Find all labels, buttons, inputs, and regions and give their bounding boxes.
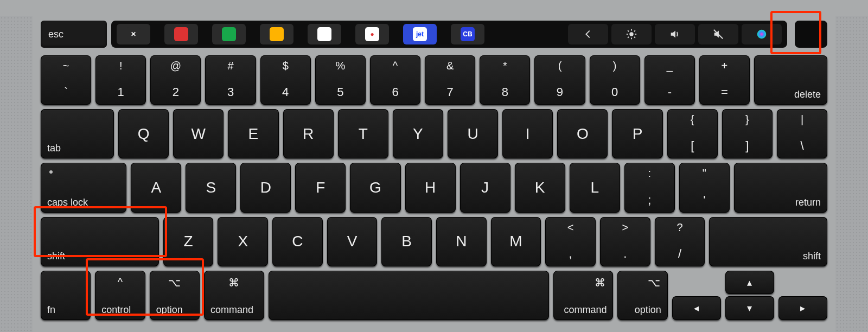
touchbar-app-close[interactable]: ✕ [117,24,150,44]
key-[interactable]: >. [600,217,650,266]
key-[interactable]: "' [679,163,730,212]
key-b[interactable]: B [381,217,432,266]
touchbar-mute-button[interactable] [698,24,738,44]
key-p[interactable]: P [612,109,662,158]
key-row-4: fn^control⌥option⌘command⌘command⌥option… [41,271,827,320]
key-a[interactable]: A [131,163,181,212]
touchbar-app-app-jet[interactable]: jet [403,24,437,44]
touchbar-app-app-yellow[interactable] [260,24,293,44]
touchbar-volume-button[interactable] [655,24,695,44]
svg-line-6 [634,37,635,38]
key-4[interactable]: $4 [260,55,311,105]
app-white1-icon [317,27,331,41]
touchbar-app-app-red[interactable] [164,24,198,44]
chevron-left-icon [582,28,594,40]
key-o[interactable]: O [557,109,608,158]
key-row-0: ~`!1@2#3$4%5^6&7*8(9)0_-+=delete [41,55,827,105]
key-9[interactable]: (9 [534,55,585,105]
key-e[interactable]: E [228,109,278,158]
right-option-key[interactable]: ⌥option [617,271,667,320]
key-r[interactable]: R [283,109,334,158]
key-n[interactable]: N [436,217,487,266]
key-6[interactable]: ^6 [370,55,420,105]
arrow-left-key[interactable]: ◂ [672,296,721,320]
touchbar-app-app-cb[interactable]: CB [451,24,484,44]
key-i[interactable]: I [502,109,553,158]
touchbar-app-app-green[interactable] [212,24,246,44]
key-[interactable]: {[ [667,109,718,158]
key-g[interactable]: G [350,163,400,212]
touchbar: esc ✕●jetCB [41,18,827,50]
key-j[interactable]: J [460,163,510,212]
touchbar-chevron-left-button[interactable] [568,24,608,44]
close-icon: ✕ [126,27,141,41]
touchbar-strip: ✕●jetCB [111,21,787,48]
space-key[interactable] [269,271,549,320]
svg-point-10 [757,30,767,39]
key-[interactable]: ~` [41,55,91,105]
left-option-key[interactable]: ⌥option [150,271,200,320]
key-[interactable]: += [699,55,750,105]
key-[interactable]: }] [722,109,773,158]
key-c[interactable]: C [272,217,323,266]
key-x[interactable]: X [218,217,268,266]
svg-line-7 [628,37,629,38]
right-command-key[interactable]: ⌘command [553,271,614,320]
key-l[interactable]: L [570,163,620,212]
key-tab[interactable]: tab [41,109,114,158]
app-red-icon [174,27,188,41]
key-u[interactable]: U [448,109,498,158]
left-shift-key[interactable]: shift [41,217,159,266]
key-m[interactable]: M [491,217,541,266]
key-return[interactable]: return [734,163,827,212]
right-shift-key[interactable]: shift [709,217,827,266]
touchbar-siri-button[interactable] [742,24,782,44]
key-[interactable]: _- [644,55,695,105]
app-jet-icon: jet [413,27,427,41]
key-q[interactable]: Q [118,109,169,158]
touch-id-button[interactable] [795,21,827,48]
svg-line-5 [628,30,629,31]
left-command-key[interactable]: ⌘command [204,271,264,320]
key-capslock[interactable]: caps lock [41,163,126,212]
key-h[interactable]: H [405,163,456,212]
key-row-1: tabQWERTYUIOP{[}]|\ [41,109,827,158]
key-3[interactable]: #3 [205,55,256,105]
key-f[interactable]: F [295,163,346,212]
svg-line-8 [634,30,635,31]
key-[interactable]: |\ [777,109,827,158]
speaker-right [835,16,868,332]
app-green-icon [222,27,236,41]
app-yellow-icon [270,27,284,41]
arrow-down-key[interactable]: ▾ [725,296,774,320]
key-fn[interactable]: fn [41,271,91,320]
key-8[interactable]: *8 [480,55,530,105]
arrow-up-key[interactable]: ▴ [725,271,774,295]
key-t[interactable]: T [338,109,388,158]
key-d[interactable]: D [240,163,291,212]
key-w[interactable]: W [173,109,224,158]
key-0[interactable]: )0 [590,55,640,105]
key-[interactable]: <, [545,217,596,266]
key-2[interactable]: @2 [150,55,201,105]
key-[interactable]: :; [624,163,675,212]
touchbar-app-app-white2[interactable]: ● [355,24,389,44]
touchbar-brightness-button[interactable] [611,24,652,44]
volume-icon [669,28,681,40]
key-k[interactable]: K [515,163,565,212]
key-v[interactable]: V [327,217,378,266]
key-[interactable]: ?/ [655,217,705,266]
esc-key[interactable]: esc [41,21,107,48]
key-s[interactable]: S [186,163,236,212]
touchbar-controls [568,24,782,44]
app-white2-icon: ● [365,27,379,41]
left-control-key[interactable]: ^control [95,271,145,320]
key-z[interactable]: Z [163,217,214,266]
key-1[interactable]: !1 [95,55,146,105]
key-y[interactable]: Y [393,109,443,158]
arrow-right-key[interactable]: ▸ [778,296,827,320]
key-5[interactable]: %5 [315,55,366,105]
touchbar-app-app-white1[interactable] [308,24,341,44]
key-7[interactable]: &7 [425,55,475,105]
key-delete[interactable]: delete [754,55,827,105]
